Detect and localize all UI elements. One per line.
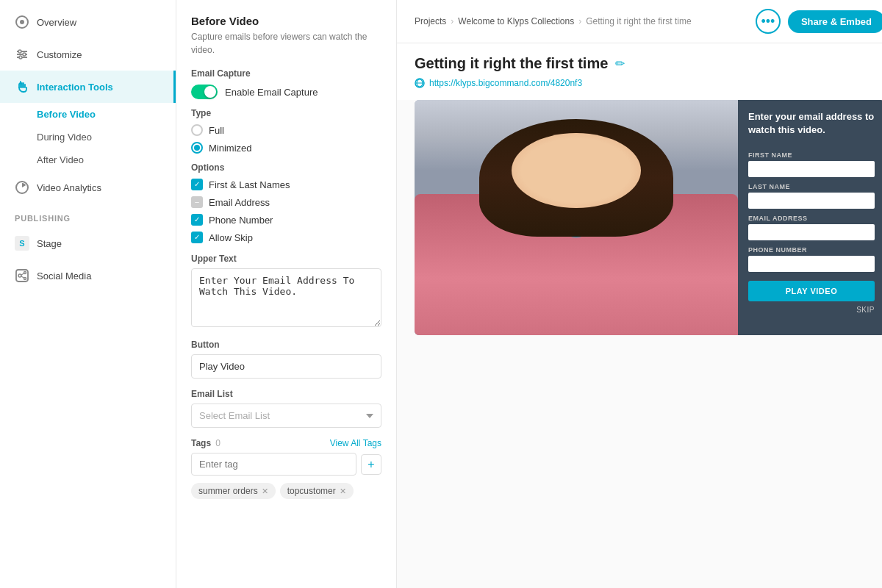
sliders-icon: [15, 47, 29, 62]
video-thumbnail: [415, 100, 738, 335]
video-url-link[interactable]: https://klyps.bigcommand.com/4820nf3: [429, 78, 582, 88]
svg-line-13: [21, 273, 24, 275]
sidebar-item-video-analytics-label: Video Analytics: [37, 182, 101, 193]
edit-title-icon[interactable]: ✏: [615, 57, 625, 71]
upper-text-label: Upper Text: [191, 254, 381, 264]
checkbox-email-address-box: [191, 196, 203, 208]
email-capture-overlay: Enter your email address to watch this v…: [738, 100, 882, 335]
checkbox-phone-number-box: [191, 214, 203, 226]
checkbox-allow-skip[interactable]: Allow Skip: [191, 232, 381, 243]
stage-icon: S: [15, 236, 29, 251]
tag-chip-topcustomer-remove[interactable]: ✕: [340, 487, 346, 496]
tag-add-button[interactable]: +: [361, 454, 381, 475]
breadcrumb-sep-1: ›: [451, 16, 453, 26]
tag-chip-summer-orders-label: summer orders: [198, 486, 258, 496]
circle-icon: [15, 15, 29, 29]
ec-play-video-button[interactable]: PLAY VIDEO: [748, 281, 875, 301]
breadcrumb-current: Getting it right the first time: [586, 16, 691, 26]
options-label: Options: [191, 162, 381, 173]
svg-line-14: [21, 276, 24, 278]
enable-toggle-label: Enable Email Capture: [225, 87, 318, 98]
tags-left: Tags 0: [191, 438, 220, 448]
ec-last-name-input[interactable]: [748, 193, 875, 209]
radio-full-circle: [191, 124, 203, 136]
top-bar-actions: ••• Share & Embed: [756, 9, 882, 34]
ec-email-label: EMAIL ADDRESS: [748, 215, 875, 222]
ec-first-name-input[interactable]: [748, 161, 875, 177]
sidebar-item-interaction-tools[interactable]: Interaction Tools: [0, 71, 176, 103]
tags-label: Tags: [191, 438, 211, 448]
svg-point-11: [24, 272, 26, 274]
url-icon: [415, 78, 425, 88]
sidebar-item-stage-label: Stage: [37, 238, 62, 249]
sidebar-item-social-media[interactable]: Social Media: [0, 259, 176, 292]
video-section: Getting it right the first time ✏ https:…: [397, 43, 882, 100]
svg-point-7: [19, 56, 22, 59]
breadcrumb-sep-2: ›: [578, 16, 581, 26]
checkbox-phone-number-label: Phone Number: [209, 215, 273, 226]
hand-icon: [15, 79, 29, 94]
sidebar-item-social-media-label: Social Media: [37, 270, 91, 282]
sidebar-sub-after-video[interactable]: After Video: [0, 148, 176, 171]
sidebar-sub-during-video[interactable]: During Video: [0, 126, 176, 148]
checkbox-email-address[interactable]: Email Address: [191, 196, 381, 208]
checkbox-first-last-names-label: First & Last Names: [209, 179, 290, 190]
view-all-tags-link[interactable]: View All Tags: [330, 438, 381, 448]
video-url-row: https://klyps.bigcommand.com/4820nf3: [415, 78, 882, 88]
breadcrumb: Projects › Welcome to Klyps Collections …: [415, 16, 692, 26]
checkbox-email-address-label: Email Address: [209, 197, 270, 208]
svg-point-6: [23, 53, 26, 56]
preview-panel: Projects › Welcome to Klyps Collections …: [397, 0, 882, 588]
svg-point-12: [24, 278, 26, 280]
svg-point-1: [20, 20, 24, 24]
svg-point-5: [18, 50, 21, 53]
tag-chip-summer-orders-remove[interactable]: ✕: [262, 487, 268, 496]
ec-phone-input[interactable]: [748, 256, 875, 272]
button-field-label: Button: [191, 340, 381, 350]
sidebar-item-overview-label: Overview: [37, 17, 76, 28]
tag-chip-topcustomer-label: topcustomer: [287, 486, 336, 496]
checkbox-phone-number[interactable]: Phone Number: [191, 214, 381, 226]
social-icon: [15, 268, 29, 283]
sidebar-item-customize-label: Customize: [37, 49, 82, 60]
share-embed-button[interactable]: Share & Embed: [788, 10, 882, 33]
chart-icon: [15, 180, 29, 195]
ec-skip-label[interactable]: SKIP: [748, 306, 875, 314]
sidebar-sub-before-video[interactable]: Before Video: [0, 103, 176, 126]
settings-title: Before Video: [191, 15, 381, 27]
sidebar-item-customize[interactable]: Customize: [0, 38, 176, 71]
tag-chip-summer-orders: summer orders ✕: [191, 483, 276, 499]
checkbox-allow-skip-box: [191, 232, 203, 243]
radio-minimized[interactable]: Minimized: [191, 142, 381, 154]
radio-minimized-circle: [191, 142, 203, 154]
button-text-input[interactable]: [191, 354, 381, 379]
ec-last-name-label: LAST NAME: [748, 183, 875, 190]
sidebar-item-overview[interactable]: Overview: [0, 6, 176, 38]
top-bar: Projects › Welcome to Klyps Collections …: [397, 0, 882, 43]
breadcrumb-projects[interactable]: Projects: [415, 16, 446, 26]
enable-email-capture-toggle[interactable]: [191, 85, 218, 99]
tags-count: 0: [215, 438, 220, 448]
sidebar-item-stage[interactable]: S Stage: [0, 227, 176, 259]
tag-chip-topcustomer: topcustomer ✕: [280, 483, 354, 499]
settings-description: Capture emails before viewers can watch …: [191, 30, 381, 57]
type-label: Type: [191, 108, 381, 118]
checkbox-first-last-names-box: [191, 179, 203, 190]
sidebar-item-interaction-tools-label: Interaction Tools: [37, 82, 113, 93]
breadcrumb-collections[interactable]: Welcome to Klyps Collections: [458, 16, 574, 26]
email-list-select[interactable]: Select Email List: [191, 404, 381, 428]
video-preview-container: Enter your email address to watch this v…: [415, 100, 882, 335]
ec-phone-label: PHONE NUMBER: [748, 246, 875, 254]
more-options-button[interactable]: •••: [756, 9, 781, 34]
checkbox-allow-skip-label: Allow Skip: [209, 232, 253, 243]
ec-email-input[interactable]: [748, 224, 875, 240]
settings-panel: Before Video Capture emails before viewe…: [176, 0, 397, 588]
tag-input[interactable]: [191, 453, 356, 476]
svg-point-10: [18, 274, 21, 277]
checkbox-first-last-names[interactable]: First & Last Names: [191, 179, 381, 190]
radio-full[interactable]: Full: [191, 124, 381, 136]
radio-minimized-label: Minimized: [209, 143, 252, 154]
upper-text-input[interactable]: Enter Your Email Address To Watch This V…: [191, 268, 381, 327]
email-capture-label: Email Capture: [191, 68, 381, 79]
sidebar-item-video-analytics[interactable]: Video Analytics: [0, 171, 176, 204]
